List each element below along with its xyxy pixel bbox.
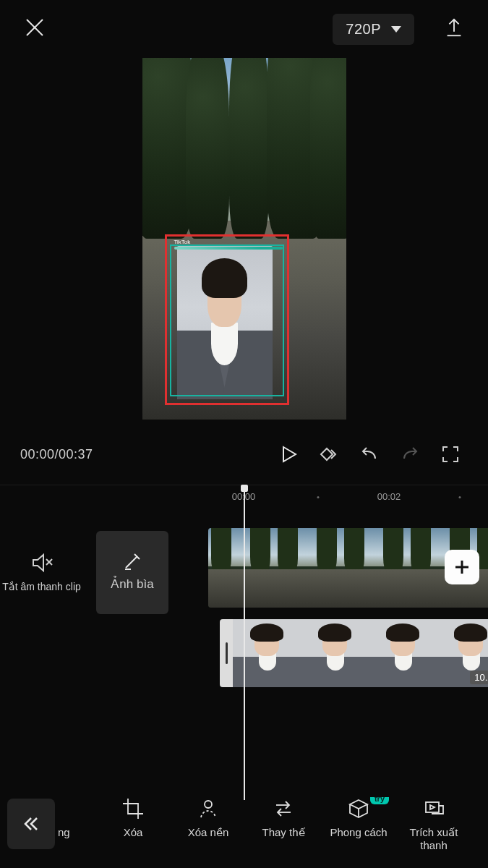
toolbar-item-style[interactable]: try Phong cách [321,797,396,851]
svg-marker-4 [283,447,296,461]
top-right-group: 720P [333,14,465,45]
undo-button[interactable] [352,444,387,464]
overlay-thumbnail[interactable] [369,619,437,687]
svg-marker-16 [430,805,435,809]
toolbar-label: Thay thế [262,826,304,839]
try-badge: try [370,797,389,804]
timeline-left-tools: Tắt âm thanh clip Ảnh bìa [0,531,168,614]
preview-bg-tree [310,58,346,239]
toolbar-tools[interactable]: ng Xóa Xóa nền Thay thế try [58,797,488,851]
playhead[interactable] [244,489,245,800]
redo-button[interactable] [393,444,427,464]
clip-trim-handle[interactable] [220,619,233,687]
close-button[interactable] [23,16,46,42]
crop-icon [121,797,145,820]
cube-icon [347,797,370,820]
ruler-tick [317,496,320,498]
overlay-track[interactable]: 10.2s [220,619,488,687]
video-thumbnail[interactable] [341,528,408,608]
keyframe-button[interactable] [312,444,346,464]
video-preview[interactable]: TikTok [142,58,346,420]
play-button[interactable] [271,444,306,464]
svg-rect-15 [426,802,439,812]
toolbar-label: Phong cách [330,826,387,838]
toolbar-item-extract[interactable]: Trích xuấtthanh [396,797,471,851]
keyframe-icon [319,444,339,464]
redo-icon [400,444,420,464]
fullscreen-button[interactable] [433,444,468,464]
close-icon [23,16,46,39]
mute-clip-label: Tắt âm thanh clip [2,580,81,593]
cover-label: Ảnh bìa [111,576,153,592]
svg-marker-13 [350,800,367,809]
chevrons-left-icon [22,814,40,833]
overlay-source-label: TikTok [174,239,191,245]
toolbar-label: Trích xuấtthanh [410,826,458,851]
video-thumbnail[interactable] [208,528,275,608]
video-thumbnail[interactable] [275,528,341,608]
resolution-label: 720P [346,21,381,38]
toolbar-item-remove-bg[interactable]: Xóa nền [171,797,246,851]
ruler-tick [459,496,461,498]
transport-controls: 00:00/00:37 [0,434,488,475]
toolbar-collapse-button[interactable] [7,799,55,849]
preview-area: TikTok [0,58,488,434]
overlay-source-bar [174,247,283,250]
export-button[interactable] [443,17,465,41]
time-readout: 00:00/00:37 [20,447,93,462]
timeline[interactable]: Tắt âm thanh clip Ảnh bìa 10.2s [0,509,488,755]
export-icon [443,17,465,38]
toolbar-item-replace[interactable]: Thay thế [246,797,321,851]
preview-bg-tree [186,58,229,239]
add-clip-button[interactable] [445,550,479,584]
fullscreen-icon [440,444,461,464]
tutorial-highlight-box [165,234,289,405]
toolbar-item-partial[interactable]: ng [58,797,95,851]
resolution-selector[interactable]: 720P [333,14,414,45]
cover-button[interactable]: Ảnh bìa [96,531,168,614]
toolbar-label: Xóa [124,826,143,838]
clip-duration-badge: 10.2s [470,671,488,684]
overlay-thumbnail[interactable]: 10.2s [437,619,488,687]
svg-point-12 [205,801,212,808]
speaker-mute-icon [30,551,53,574]
person-cutout-icon [197,797,220,820]
toolbar-label: ng [58,826,70,838]
extract-audio-icon [422,797,445,820]
swap-icon [272,797,295,820]
preview-bg-tree [229,58,269,239]
play-icon [278,444,299,464]
ruler-mark: 00:02 [377,491,401,502]
toolbar-item-crop[interactable]: Xóa [95,797,171,851]
toolbar-label: Xóa nền [188,826,229,839]
edit-icon [123,552,142,571]
svg-marker-6 [33,555,43,571]
mute-clip-button[interactable]: Tắt âm thanh clip [0,551,83,593]
chevron-down-icon [391,26,401,33]
overlay-thumbnail[interactable] [301,619,369,687]
top-bar: 720P [0,0,488,58]
undo-icon [359,444,380,464]
plus-icon [453,558,471,576]
